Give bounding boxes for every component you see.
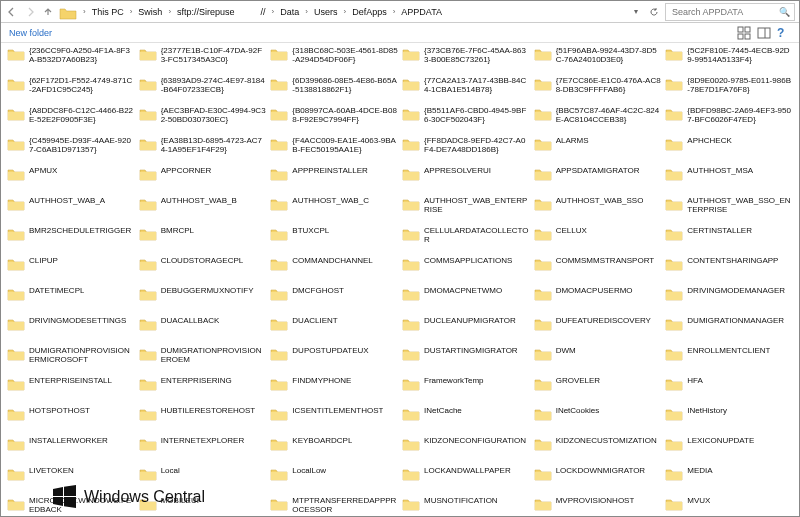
folder-item[interactable]: HUBTILERESTOREHOST [137,405,269,435]
folder-item[interactable]: DEBUGGERMUXNOTIFY [137,285,269,315]
folder-item[interactable]: {EA38B13D-6895-4723-AC74-1A95EF1F4F29} [137,135,269,165]
folder-item[interactable]: INetCookies [532,405,664,435]
folder-item[interactable]: FINDMYPHONE [268,375,400,405]
folder-item[interactable]: CLIPUP [5,255,137,285]
folder-item[interactable]: APPCORNER [137,165,269,195]
folder-item[interactable]: DMCFGHOST [268,285,400,315]
folder-item[interactable]: AUTHHOST_MSA [663,165,795,195]
folder-item[interactable]: KIDZONECONFIGURATION [400,435,532,465]
folder-item[interactable]: {236CC9F0-A250-4F1A-8F3A-B532D7A60B23} [5,45,137,75]
folder-item[interactable]: {BBC57C87-46AF-4C2C-824E-AC8104CCEB38} [532,105,664,135]
folder-item[interactable]: GROVELER [532,375,664,405]
folder-item[interactable]: CERTINSTALLER [663,225,795,255]
folder-item[interactable]: HOTSPOTHOST [5,405,137,435]
folder-item[interactable]: {63893AD9-274C-4E97-8184-B64F07233ECB} [137,75,269,105]
folder-item[interactable]: AUTHHOST_WAB_A [5,195,137,225]
folder-item[interactable]: DUMIGRATIONMANAGER [663,315,795,345]
folder-item[interactable]: {5C2F810E-7445-4ECB-92D9-99514A5133F4} [663,45,795,75]
folder-item[interactable]: {77CA2A13-7A17-43BB-84C4-1CBA1E514B78} [400,75,532,105]
folder-item[interactable]: Local [137,465,269,495]
folder-item[interactable]: INSTALLERWORKER [5,435,137,465]
folder-item[interactable]: BTUXCPL [268,225,400,255]
folder-item[interactable]: APHCHECK [663,135,795,165]
folder-item[interactable]: APPRESOLVERUI [400,165,532,195]
folder-item[interactable]: AUTHHOST_WAB_ENTERPRISE [400,195,532,225]
folder-item[interactable]: {BDFD98BC-2A69-4EF3-9507-BFC6026F47ED} [663,105,795,135]
folder-item[interactable]: AUTHHOST_WAB_C [268,195,400,225]
folder-item[interactable]: MVPROVISIONHOST [532,495,664,516]
folder-item[interactable]: DMOMACPUSERMO [532,285,664,315]
folder-item[interactable]: {B08997CA-60AB-4DCE-B088-F92E9C7994FF} [268,105,400,135]
folder-item[interactable]: MOBILEUI [137,495,269,516]
folder-item[interactable]: {373CB76E-7F6C-45AA-8633-B00E85C73261} [400,45,532,75]
folder-item[interactable]: {51F96ABA-9924-43D7-8D5C-76A24010D3E0} [532,45,664,75]
folder-item[interactable]: INetHistory [663,405,795,435]
new-folder-button[interactable]: New folder [9,28,52,38]
folder-item[interactable]: LIVETOKEN [5,465,137,495]
dropdown-button[interactable]: ▾ [629,5,643,19]
folder-item[interactable]: COMMSMMSTRANSPORT [532,255,664,285]
folder-item[interactable]: {318BC68C-503E-4561-8D85-A294D54DF06F} [268,45,400,75]
folder-item[interactable]: {6D399686-08E5-4E86-B65A-5138818862F1} [268,75,400,105]
folder-item[interactable]: DRIVINGMODEMANAGER [663,285,795,315]
folder-item[interactable]: AUTHHOST_WAB_SSO [532,195,664,225]
search-input[interactable] [670,6,779,18]
folder-item[interactable]: APMUX [5,165,137,195]
folder-item[interactable]: {B5511AF6-CBD0-4945-9BF6-30CF502043F} [400,105,532,135]
folder-item[interactable]: MEDIA [663,465,795,495]
folder-item[interactable]: DUMIGRATIONPROVISIONEROEM [137,345,269,375]
folder-item[interactable]: DUPOSTUPDATEUX [268,345,400,375]
folder-item[interactable]: DMOMACPNETWMO [400,285,532,315]
folder-item[interactable]: INTERNETEXPLORER [137,435,269,465]
folder-item[interactable]: APPPREINSTALLER [268,165,400,195]
folder-item[interactable]: {8D9E0020-9785-E011-986B-78E7D1FA76F8} [663,75,795,105]
folder-item[interactable]: MUSNOTIFICATION [400,495,532,516]
folder-item[interactable]: INetCache [400,405,532,435]
help-button[interactable]: ? [777,26,791,40]
folder-item[interactable]: BMR2SCHEDULETRIGGER [5,225,137,255]
folder-item[interactable]: {F4ACC009-EA1E-4063-9BAB-FEC50195AA1E} [268,135,400,165]
nav-forward-button[interactable] [23,5,37,19]
folder-item[interactable]: DATETIMECPL [5,285,137,315]
breadcrumb-segment[interactable]: sftp://Sirepuse [177,7,235,17]
folder-item[interactable]: KIDZONECUSTOMIZATION [532,435,664,465]
folder-item[interactable]: BMRCPL [137,225,269,255]
folder-item[interactable]: FrameworkTemp [400,375,532,405]
folder-item[interactable]: {23777E1B-C10F-47DA-92F3-FC517345A3C0} [137,45,269,75]
folder-item[interactable]: MVUX [663,495,795,516]
folder-item[interactable]: DUCLEANUPMIGRATOR [400,315,532,345]
folder-item[interactable]: ALARMS [532,135,664,165]
folder-item[interactable]: {62F172D1-F552-4749-871C-2AFD1C95C245} [5,75,137,105]
breadcrumb-segment[interactable]: Users [314,7,338,17]
folder-item[interactable]: AUTHHOST_WAB_B [137,195,269,225]
folder-item[interactable]: DRIVINGMODESETTINGS [5,315,137,345]
refresh-button[interactable] [647,5,661,19]
folder-item[interactable]: CELLUX [532,225,664,255]
folder-item[interactable]: HFA [663,375,795,405]
folder-item[interactable]: DWM [532,345,664,375]
folder-item[interactable]: ENTERPRISERING [137,375,269,405]
breadcrumb-segment[interactable]: Data [280,7,299,17]
breadcrumb-segment[interactable]: Swish [138,7,162,17]
folder-item[interactable]: {FF8DADC8-9EFD-42C7-A0F4-DE7A48DD186B} [400,135,532,165]
folder-item[interactable]: APPSDATAMIGRATOR [532,165,664,195]
folder-item[interactable]: ENROLLMENTCLIENT [663,345,795,375]
search-box[interactable]: 🔍 [665,3,795,21]
folder-item[interactable]: COMMANDCHANNEL [268,255,400,285]
folder-item[interactable]: DUMIGRATIONPROVISIONERMICROSOFT [5,345,137,375]
preview-pane-button[interactable] [757,26,771,40]
folder-item[interactable]: {C459945E-D93F-4AAE-9207-C6AB1D971357} [5,135,137,165]
folder-item[interactable]: DUFEATUREDISCOVERY [532,315,664,345]
folder-item[interactable]: MICROSOFT.WINDOWS.FEEDBACK [5,495,137,516]
nav-back-button[interactable] [5,5,19,19]
folder-item[interactable]: COMMSAPPLICATIONS [400,255,532,285]
breadcrumb-segment[interactable]: DefApps [352,7,387,17]
breadcrumb-segment[interactable]: APPDATA [401,7,442,17]
folder-item[interactable]: {7E7CC86E-E1C0-476A-AC88-DB3C9FFFFAB6} [532,75,664,105]
folder-item[interactable]: CONTENTSHARINGAPP [663,255,795,285]
folder-item[interactable]: AUTHHOST_WAB_SSO_ENTERPRISE [663,195,795,225]
folder-item[interactable]: ENTERPRISEINSTALL [5,375,137,405]
folder-item[interactable]: DUACALLBACK [137,315,269,345]
folder-item[interactable]: ICSENTITLEMENTHOST [268,405,400,435]
folder-item[interactable]: KEYBOARDCPL [268,435,400,465]
